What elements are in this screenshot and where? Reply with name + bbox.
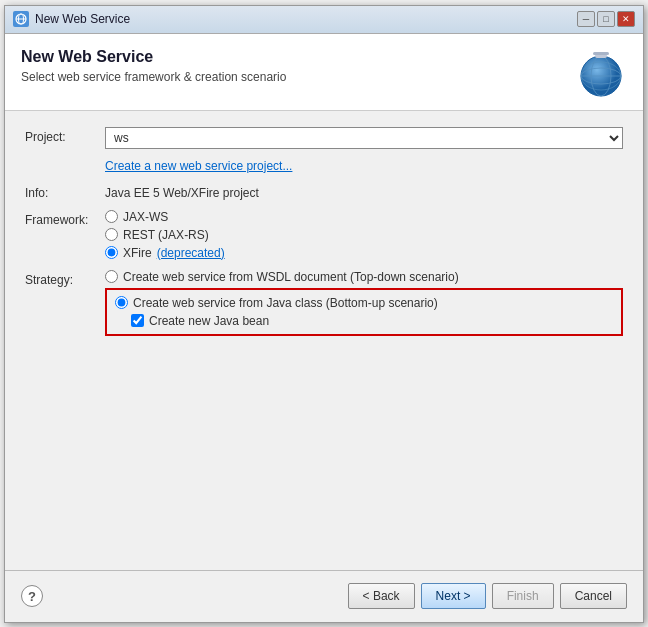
- framework-row: Framework: JAX-WS REST (JAX-RS) XFire (d…: [25, 210, 623, 260]
- framework-jaxws-radio[interactable]: [105, 210, 118, 223]
- deprecated-link[interactable]: (deprecated): [157, 246, 225, 260]
- strategy-row: Strategy: Create web service from WSDL d…: [25, 270, 623, 336]
- footer-left: ?: [21, 585, 43, 607]
- next-button[interactable]: Next >: [421, 583, 486, 609]
- minimize-button[interactable]: ─: [577, 11, 595, 27]
- framework-jaxws-label: JAX-WS: [123, 210, 168, 224]
- strategy-options: Create web service from WSDL document (T…: [105, 270, 623, 336]
- finish-button[interactable]: Finish: [492, 583, 554, 609]
- framework-rest-radio[interactable]: [105, 228, 118, 241]
- strategy-highlight-box: Create web service from Java class (Bott…: [105, 288, 623, 336]
- info-text: Java EE 5 Web/XFire project: [105, 183, 259, 200]
- framework-rest-label: REST (JAX-RS): [123, 228, 209, 242]
- footer-right: < Back Next > Finish Cancel: [348, 583, 627, 609]
- strategy-wsdl[interactable]: Create web service from WSDL document (T…: [105, 270, 623, 284]
- header-text: New Web Service Select web service frame…: [21, 48, 286, 84]
- info-label: Info:: [25, 183, 105, 200]
- title-bar: New Web Service ─ □ ✕: [5, 6, 643, 34]
- framework-xfire-radio[interactable]: [105, 246, 118, 259]
- create-link-spacer: [25, 159, 105, 162]
- window-controls: ─ □ ✕: [577, 11, 635, 27]
- create-bean-row: Create new Java bean: [131, 314, 613, 328]
- strategy-java-label: Create web service from Java class (Bott…: [133, 296, 438, 310]
- project-row: Project: ws: [25, 127, 623, 149]
- main-window: New Web Service ─ □ ✕ New Web Service Se…: [4, 5, 644, 623]
- create-link-row: Create a new web service project...: [25, 159, 623, 173]
- page-title: New Web Service: [21, 48, 286, 66]
- strategy-java[interactable]: Create web service from Java class (Bott…: [115, 296, 613, 310]
- create-bean-label: Create new Java bean: [149, 314, 269, 328]
- info-row: Info: Java EE 5 Web/XFire project: [25, 183, 623, 200]
- framework-jaxws[interactable]: JAX-WS: [105, 210, 623, 224]
- content-area: Project: ws Create a new web service pro…: [5, 111, 643, 570]
- project-label: Project:: [25, 127, 105, 144]
- strategy-wsdl-label: Create web service from WSDL document (T…: [123, 270, 459, 284]
- globe-icon: [575, 48, 627, 100]
- create-project-link[interactable]: Create a new web service project...: [105, 159, 292, 173]
- project-control: ws: [105, 127, 623, 149]
- framework-rest[interactable]: REST (JAX-RS): [105, 228, 623, 242]
- cancel-button[interactable]: Cancel: [560, 583, 627, 609]
- framework-options: JAX-WS REST (JAX-RS) XFire (deprecated): [105, 210, 623, 260]
- strategy-label: Strategy:: [25, 270, 105, 287]
- back-button[interactable]: < Back: [348, 583, 415, 609]
- header-panel: New Web Service Select web service frame…: [5, 34, 643, 111]
- help-button[interactable]: ?: [21, 585, 43, 607]
- close-button[interactable]: ✕: [617, 11, 635, 27]
- page-subtitle: Select web service framework & creation …: [21, 70, 286, 84]
- create-bean-checkbox[interactable]: [131, 314, 144, 327]
- framework-label: Framework:: [25, 210, 105, 227]
- framework-xfire-label: XFire: [123, 246, 152, 260]
- window-title: New Web Service: [35, 12, 577, 26]
- project-select[interactable]: ws: [105, 127, 623, 149]
- svg-rect-9: [593, 52, 609, 55]
- strategy-wsdl-radio[interactable]: [105, 270, 118, 283]
- maximize-button[interactable]: □: [597, 11, 615, 27]
- framework-xfire[interactable]: XFire (deprecated): [105, 246, 623, 260]
- strategy-java-radio[interactable]: [115, 296, 128, 309]
- footer: ? < Back Next > Finish Cancel: [5, 570, 643, 622]
- window-icon: [13, 11, 29, 27]
